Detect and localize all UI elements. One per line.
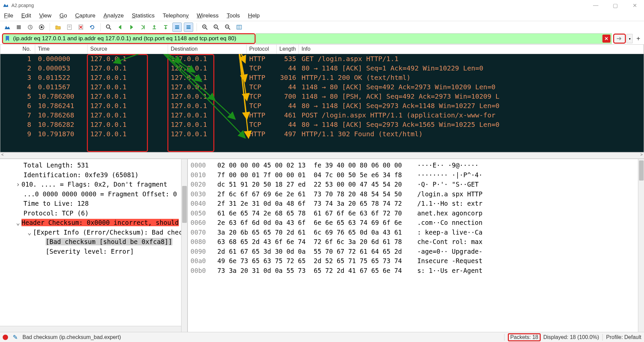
menu-capture[interactable]: Capture <box>75 12 95 19</box>
svg-point-3 <box>41 26 43 28</box>
hex-row[interactable]: 0080 63 68 65 2d 43 6f 6e 7472 6f 6c 3a … <box>191 237 641 247</box>
svg-line-11 <box>109 28 111 30</box>
packet-row[interactable]: 30.011522127.0.0.1127.0.0.1HTTP3016HTTP/… <box>0 73 644 82</box>
column-no[interactable]: No. <box>0 45 35 54</box>
column-protocol[interactable]: Protocol <box>247 45 277 54</box>
column-length[interactable]: Length <box>277 45 299 54</box>
open-file-button[interactable] <box>53 22 63 32</box>
find-button[interactable] <box>104 22 113 32</box>
close-file-button[interactable] <box>76 22 86 32</box>
status-packets: Packets: 18 <box>508 333 541 341</box>
expert-info-indicator[interactable] <box>3 335 8 340</box>
packet-list-body[interactable]: 10.000000127.0.0.1127.0.0.1HTTP535GET /l… <box>0 54 644 152</box>
display-filter-input[interactable] <box>11 34 255 43</box>
zoom-reset-button[interactable]: 1 <box>212 22 221 32</box>
detail-line-checksum[interactable]: ⌄Header Checksum: 0x0000 incorrect, shou… <box>3 218 187 228</box>
hex-row[interactable]: 00b0 73 3a 20 31 0d 0a 55 7365 72 2d 41 … <box>191 266 641 276</box>
zoom-in-button[interactable] <box>200 22 210 32</box>
hex-row[interactable]: 0030 2f 6c 6f 67 69 6e 2e 6173 70 78 20 … <box>191 189 641 199</box>
hex-row[interactable]: 0000 02 00 00 00 45 00 02 13fe 39 40 00 … <box>191 160 641 170</box>
status-profile[interactable]: Profile: Default <box>606 334 641 340</box>
details-hscroll[interactable] <box>0 326 181 332</box>
resize-columns-button[interactable] <box>234 22 244 32</box>
packet-row[interactable]: 710.786268127.0.0.1127.0.0.1HTTP461POST … <box>0 110 644 120</box>
packet-row[interactable]: 810.786282127.0.0.1127.0.0.1TCP4480 → 11… <box>0 120 644 129</box>
reload-button[interactable] <box>88 22 97 32</box>
hex-row[interactable]: 00a0 49 6e 73 65 63 75 72 652d 52 65 71 … <box>191 256 641 266</box>
detail-line[interactable]: ›010. .... = Flags: 0x2, Don't fragment <box>3 180 187 189</box>
packet-list-hscroll[interactable] <box>0 152 644 158</box>
menu-edit[interactable]: Edit <box>21 12 31 19</box>
bookmark-icon[interactable] <box>4 35 11 42</box>
hex-row[interactable]: 0070 3a 20 6b 65 65 70 2d 616c 69 76 65 … <box>191 228 641 237</box>
close-button[interactable]: ✕ <box>628 2 641 9</box>
toolbar: 1 <box>0 21 644 33</box>
go-first-button[interactable] <box>150 22 159 32</box>
svg-line-22 <box>206 28 207 30</box>
bytes-vscroll[interactable] <box>638 159 644 332</box>
packet-row[interactable]: 910.791870127.0.0.1127.0.0.1HTTP497HTTP/… <box>0 129 644 139</box>
save-file-button[interactable] <box>65 22 74 32</box>
menu-telephony[interactable]: Telephony <box>163 12 189 19</box>
menu-view[interactable]: View <box>39 12 52 19</box>
svg-point-10 <box>106 25 110 28</box>
column-source[interactable]: Source <box>88 45 168 54</box>
packet-row[interactable]: 40.011567127.0.0.1127.0.0.1TCP441148 → 8… <box>0 82 644 92</box>
menu-file[interactable]: File <box>4 12 13 19</box>
hex-row[interactable]: 0090 2d 61 67 65 3d 30 0d 0a55 70 67 72 … <box>191 247 641 256</box>
svg-rect-0 <box>17 25 21 29</box>
window-title: A2.pcapng <box>11 3 589 8</box>
hex-row[interactable]: 0050 61 6e 65 74 2e 68 65 7861 67 6f 6e … <box>191 208 641 218</box>
go-forward-button[interactable] <box>127 22 136 32</box>
menu-wireless[interactable]: Wireless <box>197 12 219 19</box>
colorize-button[interactable] <box>184 22 193 32</box>
packet-row[interactable]: 20.000053127.0.0.1127.0.0.1TCP4480 → 114… <box>0 63 644 73</box>
packet-row[interactable]: 610.786241127.0.0.1127.0.0.1TCP4480 → 11… <box>0 101 644 110</box>
detail-line: [Severity level: Error] <box>3 247 187 256</box>
menu-analyze[interactable]: Analyze <box>103 12 123 19</box>
detail-line: Time to Live: 128 <box>3 199 187 208</box>
capture-options-button[interactable] <box>37 22 46 32</box>
apply-filter-button[interactable] <box>613 34 626 44</box>
packet-details-pane[interactable]: Total Length: 531 Identification: 0xfe39… <box>0 159 188 332</box>
menubar: File Edit View Go Capture Analyze Statis… <box>0 11 644 21</box>
column-time[interactable]: Time <box>35 45 88 54</box>
packet-row[interactable]: 10.000000127.0.0.1127.0.0.1HTTP535GET /l… <box>0 54 644 63</box>
maximize-button[interactable]: ▢ <box>608 2 622 9</box>
column-info[interactable]: Info <box>299 45 644 54</box>
restart-capture-button[interactable] <box>25 22 35 32</box>
add-filter-button[interactable]: + <box>635 35 642 42</box>
packet-row[interactable]: 510.786200127.0.0.1127.0.0.1TCP7001148 →… <box>0 92 644 101</box>
hex-row[interactable]: 0010 7f 00 00 01 7f 00 00 0104 7c 00 50 … <box>191 170 641 180</box>
status-displayed: Displayed: 18 (100.0%) <box>543 334 599 340</box>
detail-line: Identification: 0xfe39 (65081) <box>3 170 187 180</box>
minimize-button[interactable]: — <box>589 2 602 9</box>
hex-row[interactable]: 0020 dc 51 91 20 50 18 27 ed22 53 00 00 … <box>191 180 641 189</box>
details-vscroll[interactable] <box>181 159 187 332</box>
menu-help[interactable]: Help <box>248 12 260 19</box>
hex-row[interactable]: 0040 2f 31 2e 31 0d 0a 48 6f73 74 3a 20 … <box>191 199 641 208</box>
clear-filter-button[interactable]: ✕ <box>602 35 610 43</box>
svg-rect-31 <box>237 25 241 29</box>
filter-dropdown-button[interactable]: ▾ <box>627 34 633 43</box>
filter-bar: ✕ ▾ + <box>0 33 644 44</box>
menu-statistics[interactable]: Statistics <box>132 12 155 19</box>
go-to-packet-button[interactable] <box>138 22 148 32</box>
go-last-button[interactable] <box>161 22 170 32</box>
edit-icon[interactable]: ✎ <box>13 334 18 341</box>
menu-go[interactable]: Go <box>59 12 67 19</box>
menu-tools[interactable]: Tools <box>227 12 240 19</box>
detail-line: Protocol: TCP (6) <box>3 208 187 218</box>
column-destination[interactable]: Destination <box>168 45 247 54</box>
wireshark-icon <box>3 2 9 8</box>
start-capture-button[interactable] <box>3 22 12 32</box>
zoom-out-button[interactable] <box>223 22 232 32</box>
go-back-button[interactable] <box>115 22 125 32</box>
auto-scroll-button[interactable] <box>172 22 182 32</box>
detail-line-expert[interactable]: ⌄[Expert Info (Error/Checksum): Bad chec <box>3 228 187 237</box>
status-message: Bad checksum (ip.checksum_bad.expert) <box>22 334 501 340</box>
stop-capture-button[interactable] <box>14 22 23 32</box>
packet-bytes-pane[interactable]: 0000 02 00 00 00 45 00 02 13fe 39 40 00 … <box>188 159 644 332</box>
svg-line-26 <box>217 28 219 30</box>
hex-row[interactable]: 0060 2e 63 6f 6d 0d 0a 43 6f6e 6e 65 63 … <box>191 218 641 228</box>
